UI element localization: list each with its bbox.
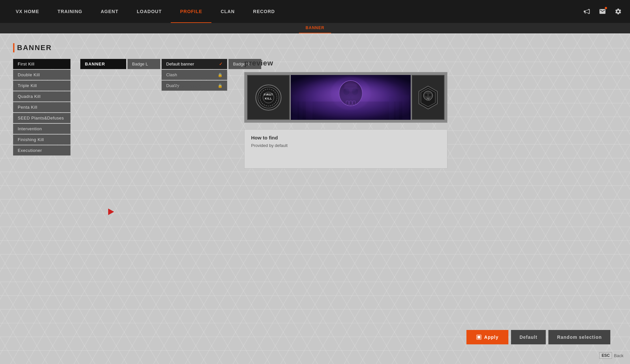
navbar: VX HOME TRAINING AGENT LOADOUT PROFILE C… — [0, 0, 630, 23]
preview-banner: FIRST KILL — [244, 72, 447, 123]
badge-circle-left: FIRST KILL — [255, 84, 282, 111]
preview-panel: preview FIRST KILL — [244, 59, 617, 169]
svg-point-14 — [339, 81, 362, 106]
svg-rect-30 — [429, 99, 430, 100]
svg-rect-13 — [402, 95, 409, 120]
nav-loadout[interactable]: LOADOUT — [128, 0, 171, 23]
svg-point-15 — [344, 88, 349, 95]
nav-vx-home[interactable]: VX HOME — [7, 0, 49, 23]
nav-training[interactable]: TRAINING — [49, 0, 92, 23]
svg-rect-6 — [291, 75, 411, 120]
svg-point-28 — [429, 94, 431, 96]
preview-label: preview — [244, 59, 617, 67]
main-content: BANNER Owned 01/03 First Kill Double Kil… — [0, 33, 630, 364]
section-title-text: BANNER — [17, 44, 52, 52]
svg-rect-10 — [306, 93, 312, 120]
middle-columns: BANNERBadge L Default banner ✓ Clash 🔒 D… — [80, 59, 234, 169]
svg-rect-9 — [299, 98, 303, 120]
nav-items: VX HOME TRAINING AGENT LOADOUT PROFILE C… — [7, 0, 581, 23]
category-quadra-kill[interactable]: Quadra Kill — [13, 91, 70, 101]
category-penta-kill[interactable]: Penta Kill — [13, 102, 70, 112]
svg-point-20 — [344, 82, 358, 91]
nav-icons — [581, 6, 623, 17]
preview-banner-main — [291, 75, 411, 120]
category-seed-plants[interactable]: SEED Plants&Defuses — [13, 113, 70, 123]
preview-badge-right — [412, 75, 444, 120]
svg-rect-7 — [291, 101, 411, 120]
banner-opts-col: Default banner ✓ Clash 🔒 Duality 🔒 — [162, 59, 227, 169]
svg-rect-8 — [292, 95, 297, 120]
svg-rect-17 — [346, 101, 349, 105]
owned-counter: Owned 01/03 — [174, 84, 201, 89]
svg-rect-18 — [349, 101, 352, 105]
messages-icon[interactable] — [597, 6, 608, 17]
nav-clan[interactable]: CLAN — [211, 0, 244, 23]
how-to-find-title: How to find — [251, 135, 441, 140]
nav-agent[interactable]: AGENT — [91, 0, 128, 23]
category-executioner[interactable]: Executioner — [13, 145, 70, 155]
category-finishing-kill[interactable]: Finishing Kill — [13, 135, 70, 145]
nav-record[interactable]: RECORD — [244, 0, 284, 23]
svg-text:KILL: KILL — [265, 97, 272, 100]
category-double-kill[interactable]: Double Kill — [13, 70, 70, 80]
badge-l-header: Badge L — [128, 59, 160, 69]
category-intervention[interactable]: Intervention — [13, 124, 70, 134]
banner-col: BANNER — [80, 59, 126, 169]
svg-rect-19 — [353, 101, 355, 105]
svg-point-23 — [331, 77, 371, 110]
category-list: First Kill Double Kill Triple Kill Quadr… — [13, 59, 70, 169]
opt-clash[interactable]: Clash 🔒 — [162, 70, 227, 80]
category-triple-kill[interactable]: Triple Kill — [13, 81, 70, 91]
svg-text:FIRST: FIRST — [264, 93, 273, 96]
svg-rect-5 — [291, 75, 411, 120]
content-area: First Kill Double Kill Triple Kill Quadr… — [13, 59, 617, 169]
section-title: BANNER — [13, 43, 617, 52]
badge-l-col: Badge L — [128, 59, 160, 169]
svg-rect-29 — [427, 99, 428, 100]
settings-icon[interactable] — [613, 6, 623, 17]
subnav: BANNER — [0, 23, 630, 33]
section-title-bar — [13, 43, 14, 52]
subnav-banner[interactable]: BANNER — [299, 23, 331, 33]
opt-default-banner[interactable]: Default banner ✓ — [162, 59, 227, 69]
nav-profile[interactable]: PROFILE — [171, 0, 211, 23]
how-to-find-text: Provided by default — [251, 143, 441, 148]
svg-point-27 — [425, 94, 427, 96]
svg-rect-12 — [396, 100, 399, 120]
category-first-kill[interactable]: First Kill — [13, 59, 70, 69]
preview-badge-left: FIRST KILL — [247, 75, 290, 120]
svg-point-16 — [352, 88, 358, 95]
svg-rect-11 — [389, 97, 394, 120]
banner-header: BANNER — [80, 59, 126, 69]
notifications-icon[interactable] — [581, 6, 592, 17]
how-to-find: How to find Provided by default — [244, 129, 447, 169]
